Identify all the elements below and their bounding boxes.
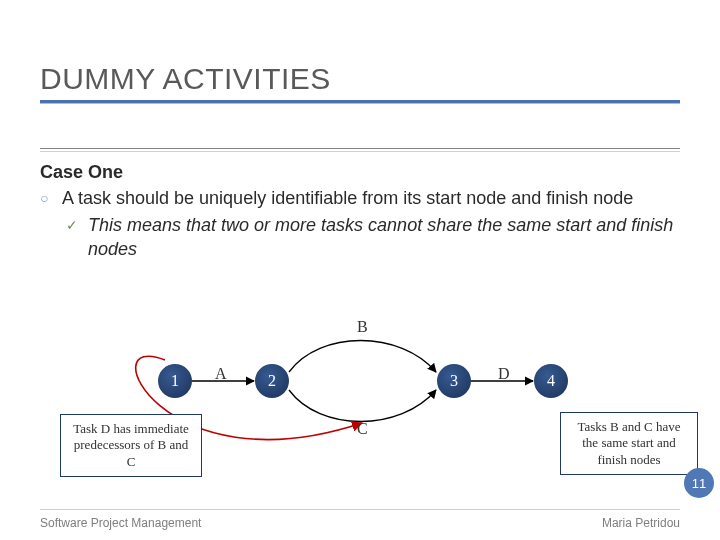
bullet-marker-check-icon: ✓: [66, 213, 88, 262]
callout-right: Tasks B and C have the same start and fi…: [560, 412, 698, 475]
bullet2-text: This means that two or more tasks cannot…: [88, 213, 680, 262]
content-top-rule: [40, 148, 680, 152]
callout-left: Task D has immediate predecessors of B a…: [60, 414, 202, 477]
content-block: Case One ○ A task should be uniquely ide…: [40, 160, 680, 261]
node-3: 3: [437, 364, 471, 398]
slide-title: DUMMY ACTIVITIES: [40, 62, 680, 96]
footer-right: Maria Petridou: [602, 516, 680, 530]
footer-left: Software Project Management: [40, 516, 201, 530]
diagram-svg: [0, 310, 720, 510]
case-header: Case One: [40, 160, 680, 184]
slide: DUMMY ACTIVITIES Case One ○ A task shoul…: [0, 0, 720, 540]
title-block: DUMMY ACTIVITIES: [40, 62, 680, 104]
bullet-level1: ○ A task should be uniquely identifiable…: [40, 186, 680, 210]
node-1: 1: [158, 364, 192, 398]
bullet1-text: A task should be uniquely identifiable f…: [62, 186, 633, 210]
title-underline-thin: [40, 103, 680, 104]
diagram: 1 2 3 4 A B C D Task D has immediate pre…: [0, 310, 720, 510]
node-2: 2: [255, 364, 289, 398]
edge-B: [289, 341, 436, 373]
label-B: B: [357, 318, 368, 336]
label-D: D: [498, 365, 510, 383]
bullet-level2: ✓ This means that two or more tasks cann…: [66, 213, 680, 262]
footer-rule: [40, 509, 680, 510]
bullet-marker-circle-icon: ○: [40, 186, 62, 210]
edge-C: [289, 390, 436, 422]
page-number-badge: 11: [684, 468, 714, 498]
label-A: A: [215, 365, 227, 383]
node-4: 4: [534, 364, 568, 398]
label-C: C: [357, 420, 368, 438]
